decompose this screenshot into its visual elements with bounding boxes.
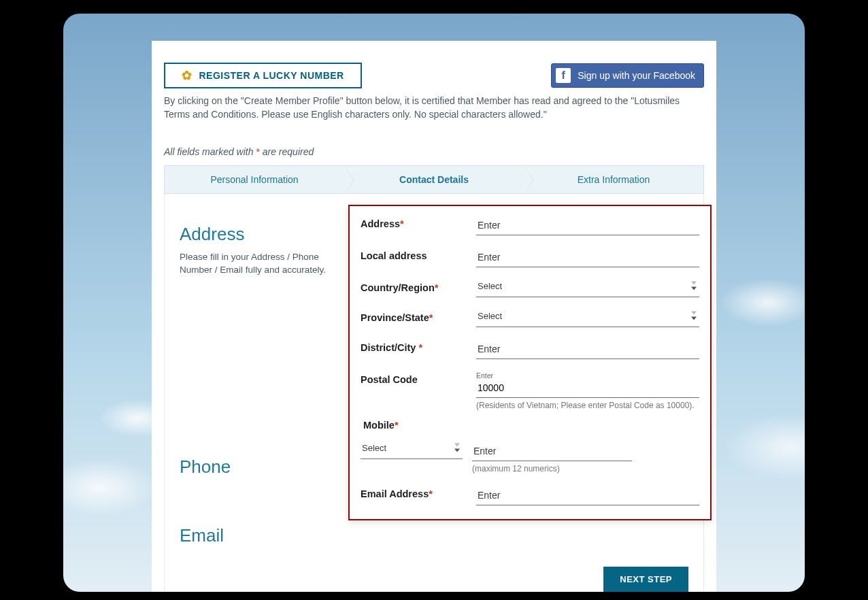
postal-label: Postal Code <box>361 371 469 385</box>
step-bar: Personal Information Contact Details Ext… <box>164 165 704 194</box>
section-address-desc: Please fill in your Address / Phone Numb… <box>180 250 329 277</box>
local-address-label: Local address <box>361 248 469 261</box>
next-step-button[interactable]: NEXT STEP <box>603 567 688 592</box>
mobile-number-input[interactable] <box>472 441 632 461</box>
required-note-suffix: are required <box>260 146 314 157</box>
step-extra-information[interactable]: Extra Information <box>524 166 703 193</box>
province-label: Province/State* <box>361 310 469 323</box>
lotus-icon: ✿ <box>182 69 193 82</box>
facebook-icon: f <box>556 68 571 83</box>
postal-input[interactable] <box>476 378 699 398</box>
register-lucky-number-button[interactable]: ✿ REGISTER A LUCKY NUMBER <box>164 63 362 88</box>
section-phone-title: Phone <box>180 456 339 478</box>
facebook-signup-button[interactable]: f Sign up with your Facebook <box>551 63 704 88</box>
section-email-title: Email <box>180 525 339 546</box>
local-address-input[interactable] <box>476 248 699 267</box>
step-contact-details-label: Contact Details <box>399 174 469 185</box>
country-select[interactable]: Select <box>476 280 699 297</box>
step-contact-details[interactable]: Contact Details <box>344 166 524 193</box>
facebook-signup-label: Sign up with your Facebook <box>578 70 695 81</box>
mobile-country-code-select[interactable]: Select <box>361 441 463 459</box>
form-panel: Address Please fill in your Address / Ph… <box>164 194 704 592</box>
email-label: Email Address* <box>361 486 469 499</box>
device-frame: ✿ REGISTER A LUCKY NUMBER f Sign up with… <box>63 14 805 592</box>
step-personal-information[interactable]: Personal Information <box>165 166 344 193</box>
postal-hint: (Residents of Vietnam; Please enter Post… <box>476 401 699 410</box>
required-note-prefix: All fields marked with <box>164 146 256 157</box>
registration-card: ✿ REGISTER A LUCKY NUMBER f Sign up with… <box>152 41 716 592</box>
country-label: Country/Region* <box>361 280 469 293</box>
province-select[interactable]: Select <box>476 310 699 327</box>
district-label: District/City * <box>361 339 469 353</box>
address-label: Address* <box>361 216 469 229</box>
terms-disclaimer: By clicking on the "Create Member Profil… <box>152 88 716 122</box>
step-extra-information-label: Extra Information <box>578 174 650 185</box>
register-lucky-number-label: REGISTER A LUCKY NUMBER <box>199 70 344 81</box>
email-input[interactable] <box>476 486 699 505</box>
section-address: Address Please fill in your Address / Ph… <box>180 224 339 552</box>
section-address-title: Address <box>180 224 339 245</box>
district-input[interactable] <box>476 339 699 359</box>
address-input[interactable] <box>476 216 699 235</box>
contact-fields-highlight: Address* Local address Country/Region* S… <box>348 205 712 520</box>
required-fields-note: All fields marked with * are required <box>152 122 716 163</box>
mobile-label: Mobile* <box>361 417 699 431</box>
step-personal-information-label: Personal Information <box>210 174 298 185</box>
next-step-label: NEXT STEP <box>620 574 672 584</box>
mobile-hint: (maximum 12 numerics) <box>472 464 632 473</box>
